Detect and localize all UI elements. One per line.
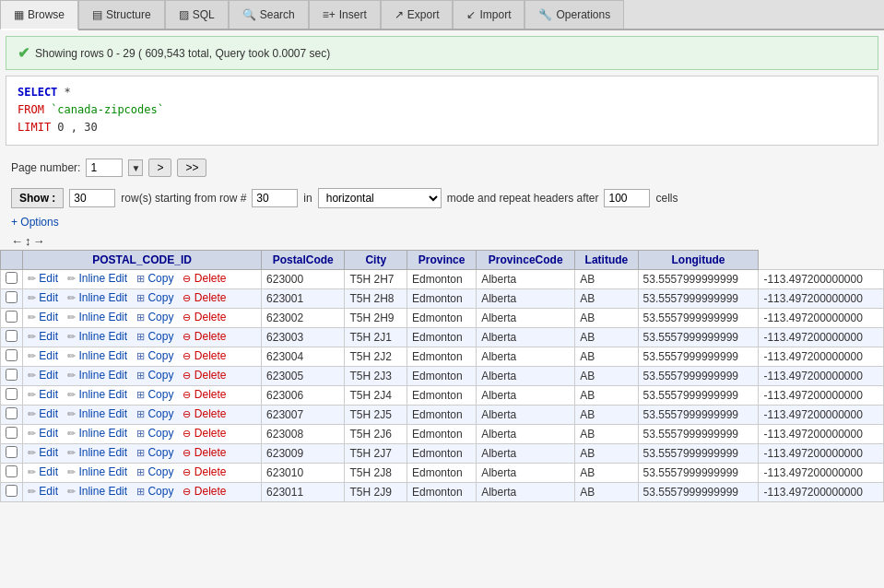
delete-link[interactable]: Delete (194, 311, 227, 323)
edit-link[interactable]: Edit (39, 291, 58, 304)
edit-link[interactable]: Edit (39, 369, 58, 382)
row-checkbox[interactable] (6, 272, 18, 284)
inline-edit-link[interactable]: Inline Edit (78, 427, 127, 440)
delete-link[interactable]: Delete (194, 427, 227, 440)
page-dropdown-arrow[interactable]: ▼ (128, 159, 143, 176)
headers-repeat-input[interactable] (604, 189, 650, 207)
delete-link[interactable]: Delete (194, 485, 227, 498)
tab-import[interactable]: ↙Import (453, 0, 525, 29)
row-checkbox[interactable] (6, 369, 18, 381)
tab-structure[interactable]: ▤Structure (78, 0, 165, 29)
nav-right-arrow[interactable]: → (33, 234, 45, 248)
edit-link[interactable]: Edit (39, 349, 58, 362)
inline-edit-link[interactable]: Inline Edit (78, 311, 127, 323)
inline-edit-link[interactable]: Inline Edit (78, 369, 127, 382)
delete-link[interactable]: Delete (194, 349, 227, 362)
row-checkbox-cell[interactable] (1, 443, 23, 463)
row-checkbox-cell[interactable] (1, 308, 23, 327)
copy-link[interactable]: Copy (147, 407, 173, 420)
delete-link[interactable]: Delete (194, 388, 227, 401)
col-header-latitude[interactable]: Latitude (575, 250, 638, 269)
inline-edit-link[interactable]: Inline Edit (78, 388, 127, 401)
edit-link[interactable]: Edit (39, 330, 58, 343)
col-header-longitude[interactable]: Longitude (638, 250, 759, 269)
row-checkbox[interactable] (6, 349, 18, 361)
copy-link[interactable]: Copy (147, 388, 173, 401)
delete-link[interactable]: Delete (194, 291, 227, 304)
inline-edit-link[interactable]: Inline Edit (78, 465, 127, 478)
copy-link[interactable]: Copy (147, 465, 173, 478)
inline-edit-link[interactable]: Inline Edit (78, 407, 127, 420)
row-checkbox-cell[interactable] (1, 405, 23, 424)
copy-link[interactable]: Copy (147, 446, 173, 459)
row-checkbox-cell[interactable] (1, 424, 23, 443)
tab-sql[interactable]: ▨SQL (165, 0, 229, 29)
row-checkbox-cell[interactable] (1, 366, 23, 385)
edit-link[interactable]: Edit (39, 465, 58, 478)
tab-operations[interactable]: 🔧Operations (525, 0, 624, 29)
delete-link[interactable]: Delete (194, 330, 227, 343)
page-number-input[interactable] (86, 159, 123, 177)
col-header-postal-code[interactable]: PostalCode (262, 250, 345, 269)
delete-link[interactable]: Delete (194, 407, 227, 420)
copy-link[interactable]: Copy (147, 291, 173, 304)
inline-edit-link[interactable]: Inline Edit (78, 291, 127, 304)
inline-edit-link[interactable]: Inline Edit (78, 330, 127, 343)
inline-edit-link[interactable]: Inline Edit (78, 272, 127, 285)
next-page-button[interactable]: > (148, 159, 171, 177)
edit-link[interactable]: Edit (39, 427, 58, 440)
copy-link[interactable]: Copy (147, 311, 173, 323)
row-checkbox[interactable] (6, 311, 18, 323)
row-checkbox-cell[interactable] (1, 463, 23, 482)
delete-link[interactable]: Delete (194, 272, 227, 285)
copy-link[interactable]: Copy (147, 330, 173, 343)
col-header-city[interactable]: City (345, 250, 407, 269)
show-button[interactable]: Show : (11, 188, 64, 208)
row-checkbox[interactable] (6, 446, 18, 458)
copy-link[interactable]: Copy (147, 369, 173, 382)
row-checkbox[interactable] (6, 485, 18, 497)
delete-link[interactable]: Delete (194, 369, 227, 382)
tab-search[interactable]: 🔍Search (229, 0, 309, 29)
edit-link[interactable]: Edit (39, 388, 58, 401)
inline-edit-link[interactable]: Inline Edit (78, 349, 127, 362)
mode-select[interactable]: horizontal vertical horizontalflipped ve… (318, 188, 442, 208)
inline-edit-link[interactable]: Inline Edit (78, 485, 127, 498)
copy-link[interactable]: Copy (147, 427, 173, 440)
edit-link[interactable]: Edit (39, 272, 58, 285)
row-checkbox[interactable] (6, 330, 18, 342)
tab-browse[interactable]: ▦Browse (0, 0, 78, 30)
delete-link[interactable]: Delete (194, 465, 227, 478)
rows-count-input[interactable] (69, 189, 115, 207)
row-checkbox[interactable] (6, 465, 18, 477)
delete-link[interactable]: Delete (194, 446, 227, 459)
tab-insert[interactable]: ≡+Insert (309, 0, 381, 29)
next-next-page-button[interactable]: >> (177, 159, 206, 177)
row-checkbox-cell[interactable] (1, 327, 23, 347)
options-link[interactable]: + Options (0, 212, 884, 232)
row-checkbox-cell[interactable] (1, 347, 23, 366)
copy-link[interactable]: Copy (147, 272, 173, 285)
edit-link[interactable]: Edit (39, 446, 58, 459)
edit-link[interactable]: Edit (39, 485, 58, 498)
col-header-province[interactable]: Province (407, 250, 476, 269)
row-checkbox-cell[interactable] (1, 269, 23, 288)
col-header-province-code[interactable]: ProvinceCode (477, 250, 575, 269)
row-checkbox[interactable] (6, 407, 18, 419)
tab-export[interactable]: ↗Export (381, 0, 454, 29)
row-checkbox-cell[interactable] (1, 385, 23, 405)
row-checkbox-cell[interactable] (1, 482, 23, 501)
col-header-postal-code-id[interactable]: POSTAL_CODE_ID (23, 250, 262, 269)
edit-link[interactable]: Edit (39, 407, 58, 420)
edit-link[interactable]: Edit (39, 311, 58, 323)
row-checkbox[interactable] (6, 427, 18, 439)
copy-link[interactable]: Copy (147, 349, 173, 362)
inline-edit-link[interactable]: Inline Edit (78, 446, 127, 459)
cell-province: Alberta (477, 269, 575, 288)
row-checkbox[interactable] (6, 388, 18, 400)
row-checkbox[interactable] (6, 291, 18, 303)
from-row-input[interactable] (252, 189, 298, 207)
row-checkbox-cell[interactable] (1, 288, 23, 308)
copy-link[interactable]: Copy (147, 485, 173, 498)
nav-left-arrow[interactable]: ← (11, 234, 23, 248)
